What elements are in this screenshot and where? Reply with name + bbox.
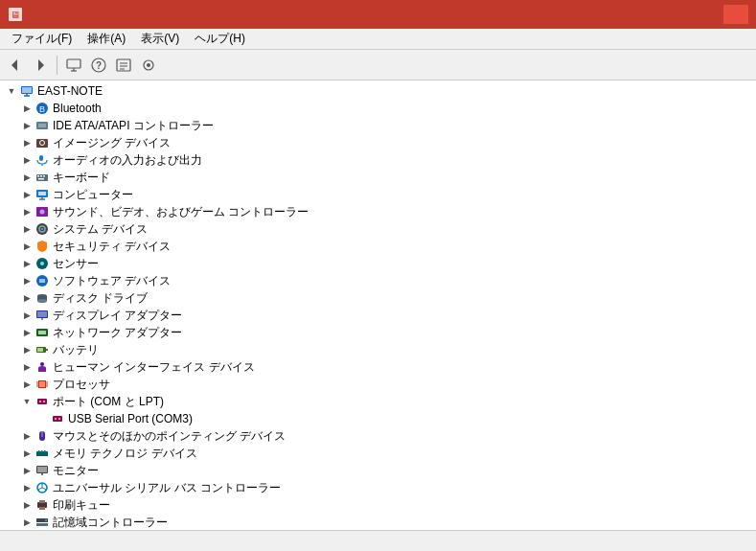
expand-icon-bluetooth[interactable]: ▶ [19, 101, 34, 116]
tree-item-sensor[interactable]: ▶ センサー [0, 255, 756, 272]
device-icon-imaging [34, 135, 50, 150]
tree-item-computer[interactable]: ▶ コンピューター [0, 186, 756, 203]
device-tree[interactable]: ▼ EAST-NOTE ▶ B Bluetooth ▶ IDE ATA/A [0, 80, 756, 530]
menu-file[interactable]: ファイル(F) [4, 29, 80, 49]
tree-item-root[interactable]: ▼ EAST-NOTE [0, 82, 756, 100]
device-label-ide: IDE ATA/ATAPI コントローラー [53, 118, 214, 134]
svg-rect-31 [38, 178, 44, 180]
expand-icon-disk[interactable]: ▶ [19, 290, 34, 306]
svg-rect-65 [37, 399, 47, 404]
device-label-memory: メモリ テクノロジ デバイス [53, 446, 197, 462]
device-icon-audio [34, 152, 50, 168]
svg-rect-54 [46, 349, 48, 351]
device-icon-memory [34, 446, 50, 461]
tree-item-display[interactable]: ▶ ディスプレイ アダプター [0, 307, 756, 324]
svg-marker-3 [38, 59, 44, 71]
expand-icon-imaging[interactable]: ▶ [19, 135, 34, 150]
expand-icon-network[interactable]: ▶ [19, 325, 34, 340]
expand-icon-keyboard[interactable]: ▶ [19, 170, 34, 185]
device-icon-battery [34, 342, 50, 357]
svg-text:?: ? [96, 60, 102, 71]
device-icon-ports [34, 394, 50, 409]
expand-icon-humaninterface[interactable]: ▶ [19, 359, 34, 375]
tree-item-system[interactable]: ▶ システム デバイス [0, 220, 756, 238]
tree-item-ide[interactable]: ▶ IDE ATA/ATAPI コントローラー [0, 117, 756, 134]
device-icon-monitor [34, 463, 50, 478]
svg-rect-30 [43, 175, 45, 177]
tree-item-memory[interactable]: ▶ メモリ テクノロジ デバイス [0, 445, 756, 462]
minimize-button[interactable] [670, 5, 695, 24]
tree-item-storage[interactable]: ▶ 記憶域コントローラー [0, 514, 756, 530]
expand-icon-processor[interactable]: ▶ [19, 377, 34, 392]
device-label-root: EAST-NOTE [37, 84, 103, 98]
device-icon-display [34, 308, 50, 323]
expand-icon-printer[interactable]: ▶ [19, 497, 34, 513]
tree-item-monitor[interactable]: ▶ モニター [0, 462, 756, 479]
tree-item-security[interactable]: ▶ セキュリティ デバイス [0, 238, 756, 255]
close-button[interactable] [723, 5, 748, 24]
tree-item-network[interactable]: ▶ ネットワーク アダプター [0, 324, 756, 341]
svg-point-37 [40, 210, 45, 215]
toolbar: ? [0, 50, 756, 80]
tree-item-keyboard[interactable]: ▶ キーボード [0, 169, 756, 186]
help-button[interactable]: ? [87, 54, 110, 77]
tree-item-bluetooth[interactable]: ▶ B Bluetooth [0, 100, 756, 117]
device-label-storage: 記憶域コントローラー [53, 515, 168, 531]
forward-button[interactable] [29, 54, 52, 77]
maximize-button[interactable] [697, 5, 722, 24]
tree-item-audio[interactable]: ▶ オーディオの入力および出力 [0, 151, 756, 169]
svg-rect-49 [37, 311, 47, 317]
tree-item-humaninterface[interactable]: ▶ ヒューマン インターフェイス デバイス [0, 358, 756, 376]
svg-point-14 [147, 63, 150, 67]
expand-icon-sensor[interactable]: ▶ [19, 256, 34, 271]
expand-icon-root[interactable]: ▼ [4, 83, 19, 99]
svg-point-81 [41, 483, 43, 485]
expand-icon-monitor[interactable]: ▶ [19, 463, 34, 478]
tree-item-ports[interactable]: ▼ ポート (COM と LPT) [0, 393, 756, 410]
svg-rect-70 [58, 418, 60, 420]
tree-item-printer[interactable]: ▶ 印刷キュー [0, 496, 756, 514]
svg-rect-67 [43, 401, 45, 402]
properties-button[interactable] [137, 54, 160, 77]
tree-item-battery[interactable]: ▶ バッテリ [0, 341, 756, 358]
menu-view[interactable]: 表示(V) [133, 29, 187, 49]
expand-icon-security[interactable]: ▶ [19, 239, 34, 254]
tree-item-disk[interactable]: ▶ ディスク ドライブ [0, 289, 756, 307]
expand-icon-battery[interactable]: ▶ [19, 342, 34, 357]
expand-icon-mouse[interactable]: ▶ [19, 428, 34, 444]
device-label-display: ディスプレイ アダプター [53, 308, 182, 324]
device-label-monitor: モニター [53, 463, 99, 479]
expand-icon-system[interactable]: ▶ [19, 221, 34, 237]
expand-icon-universal[interactable]: ▶ [19, 480, 34, 495]
tree-item-mouse[interactable]: ▶ マウスとそのほかのポインティング デバイス [0, 427, 756, 445]
tree-item-software[interactable]: ▶ ソフトウェア デバイス [0, 272, 756, 289]
list-button[interactable] [112, 54, 135, 77]
back-button[interactable] [4, 54, 27, 77]
expand-icon-usbserial [34, 411, 50, 426]
expand-icon-ide[interactable]: ▶ [19, 118, 34, 133]
svg-rect-22 [38, 124, 46, 127]
expand-icon-sound[interactable]: ▶ [19, 204, 34, 219]
device-icon-universal [34, 480, 50, 495]
expand-icon-audio[interactable]: ▶ [19, 152, 34, 168]
device-label-disk: ディスク ドライブ [53, 290, 148, 307]
tree-item-usbserial[interactable]: USB Serial Port (COM3) [0, 410, 756, 427]
tree-item-sound[interactable]: ▶ サウンド、ビデオ、およびゲーム コントローラー [0, 203, 756, 220]
device-label-humaninterface: ヒューマン インターフェイス デバイス [53, 359, 255, 376]
svg-rect-33 [38, 192, 46, 195]
expand-icon-ports[interactable]: ▼ [19, 394, 34, 409]
menu-action[interactable]: 操作(A) [80, 29, 133, 49]
computer-button[interactable] [62, 54, 85, 77]
expand-icon-computer[interactable]: ▶ [19, 187, 34, 202]
svg-rect-76 [44, 450, 46, 452]
expand-icon-software[interactable]: ▶ [19, 273, 34, 288]
svg-rect-28 [37, 175, 39, 177]
expand-icon-storage[interactable]: ▶ [19, 515, 34, 530]
svg-rect-52 [38, 331, 46, 334]
expand-icon-display[interactable]: ▶ [19, 308, 34, 323]
expand-icon-memory[interactable]: ▶ [19, 446, 34, 461]
tree-item-universal[interactable]: ▶ ユニバーサル シリアル バス コントローラー [0, 479, 756, 496]
tree-item-imaging[interactable]: ▶ イメージング デバイス [0, 134, 756, 151]
tree-item-processor[interactable]: ▶ プロセッサ [0, 376, 756, 393]
menu-help[interactable]: ヘルプ(H) [187, 29, 253, 49]
